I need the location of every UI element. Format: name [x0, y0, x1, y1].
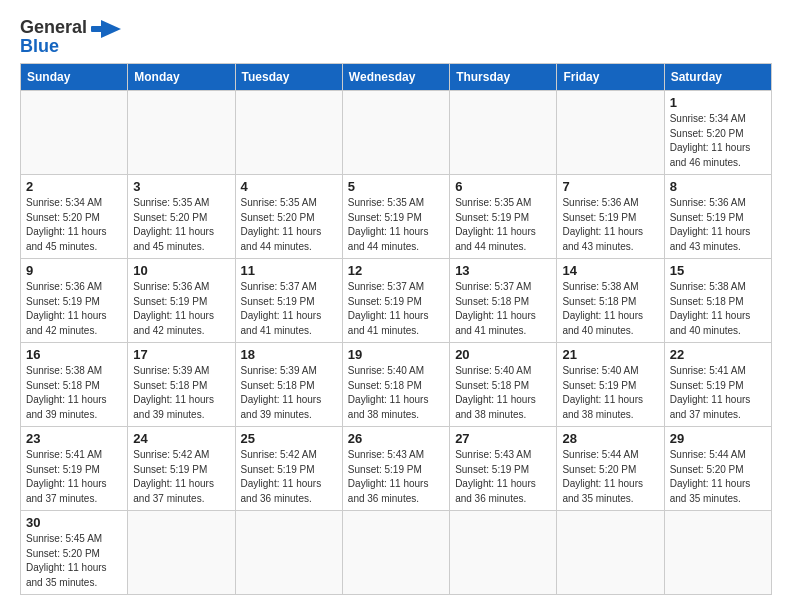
- calendar-cell: 1Sunrise: 5:34 AM Sunset: 5:20 PM Daylig…: [664, 91, 771, 175]
- weekday-header-monday: Monday: [128, 64, 235, 91]
- logo-blue: Blue: [20, 36, 59, 57]
- logo: General Blue: [20, 16, 129, 57]
- day-number: 20: [455, 347, 551, 362]
- day-info: Sunrise: 5:42 AM Sunset: 5:19 PM Dayligh…: [133, 448, 229, 506]
- calendar-cell: 20Sunrise: 5:40 AM Sunset: 5:18 PM Dayli…: [450, 343, 557, 427]
- day-info: Sunrise: 5:34 AM Sunset: 5:20 PM Dayligh…: [26, 196, 122, 254]
- day-number: 5: [348, 179, 444, 194]
- calendar-cell: 21Sunrise: 5:40 AM Sunset: 5:19 PM Dayli…: [557, 343, 664, 427]
- calendar-week-row: 16Sunrise: 5:38 AM Sunset: 5:18 PM Dayli…: [21, 343, 772, 427]
- day-number: 7: [562, 179, 658, 194]
- day-number: 9: [26, 263, 122, 278]
- day-number: 22: [670, 347, 766, 362]
- day-number: 28: [562, 431, 658, 446]
- day-number: 27: [455, 431, 551, 446]
- day-info: Sunrise: 5:38 AM Sunset: 5:18 PM Dayligh…: [670, 280, 766, 338]
- weekday-header-tuesday: Tuesday: [235, 64, 342, 91]
- calendar-cell: 11Sunrise: 5:37 AM Sunset: 5:19 PM Dayli…: [235, 259, 342, 343]
- calendar-cell: 3Sunrise: 5:35 AM Sunset: 5:20 PM Daylig…: [128, 175, 235, 259]
- calendar-week-row: 30Sunrise: 5:45 AM Sunset: 5:20 PM Dayli…: [21, 511, 772, 595]
- calendar-cell: 17Sunrise: 5:39 AM Sunset: 5:18 PM Dayli…: [128, 343, 235, 427]
- day-number: 25: [241, 431, 337, 446]
- calendar-cell: 19Sunrise: 5:40 AM Sunset: 5:18 PM Dayli…: [342, 343, 449, 427]
- calendar-cell: 25Sunrise: 5:42 AM Sunset: 5:19 PM Dayli…: [235, 427, 342, 511]
- weekday-header-wednesday: Wednesday: [342, 64, 449, 91]
- calendar-cell: [342, 91, 449, 175]
- calendar-cell: 9Sunrise: 5:36 AM Sunset: 5:19 PM Daylig…: [21, 259, 128, 343]
- day-number: 10: [133, 263, 229, 278]
- calendar-cell: [342, 511, 449, 595]
- day-number: 17: [133, 347, 229, 362]
- weekday-header-sunday: Sunday: [21, 64, 128, 91]
- calendar-cell: 13Sunrise: 5:37 AM Sunset: 5:18 PM Dayli…: [450, 259, 557, 343]
- calendar-cell: [557, 511, 664, 595]
- calendar-cell: [128, 91, 235, 175]
- day-info: Sunrise: 5:44 AM Sunset: 5:20 PM Dayligh…: [562, 448, 658, 506]
- day-number: 19: [348, 347, 444, 362]
- day-info: Sunrise: 5:36 AM Sunset: 5:19 PM Dayligh…: [26, 280, 122, 338]
- calendar-cell: 27Sunrise: 5:43 AM Sunset: 5:19 PM Dayli…: [450, 427, 557, 511]
- day-info: Sunrise: 5:35 AM Sunset: 5:20 PM Dayligh…: [241, 196, 337, 254]
- day-number: 15: [670, 263, 766, 278]
- day-info: Sunrise: 5:35 AM Sunset: 5:20 PM Dayligh…: [133, 196, 229, 254]
- calendar-cell: 22Sunrise: 5:41 AM Sunset: 5:19 PM Dayli…: [664, 343, 771, 427]
- day-info: Sunrise: 5:38 AM Sunset: 5:18 PM Dayligh…: [26, 364, 122, 422]
- logo-text: General: [20, 18, 87, 38]
- svg-rect-1: [91, 26, 103, 32]
- weekday-header-thursday: Thursday: [450, 64, 557, 91]
- day-info: Sunrise: 5:37 AM Sunset: 5:19 PM Dayligh…: [348, 280, 444, 338]
- day-number: 23: [26, 431, 122, 446]
- day-number: 26: [348, 431, 444, 446]
- weekday-header-friday: Friday: [557, 64, 664, 91]
- calendar-cell: [235, 511, 342, 595]
- calendar-cell: 15Sunrise: 5:38 AM Sunset: 5:18 PM Dayli…: [664, 259, 771, 343]
- calendar-cell: 8Sunrise: 5:36 AM Sunset: 5:19 PM Daylig…: [664, 175, 771, 259]
- day-info: Sunrise: 5:41 AM Sunset: 5:19 PM Dayligh…: [26, 448, 122, 506]
- day-info: Sunrise: 5:35 AM Sunset: 5:19 PM Dayligh…: [348, 196, 444, 254]
- calendar-cell: 30Sunrise: 5:45 AM Sunset: 5:20 PM Dayli…: [21, 511, 128, 595]
- calendar-cell: 24Sunrise: 5:42 AM Sunset: 5:19 PM Dayli…: [128, 427, 235, 511]
- day-number: 14: [562, 263, 658, 278]
- day-info: Sunrise: 5:34 AM Sunset: 5:20 PM Dayligh…: [670, 112, 766, 170]
- svg-marker-0: [101, 20, 121, 38]
- calendar-cell: 26Sunrise: 5:43 AM Sunset: 5:19 PM Dayli…: [342, 427, 449, 511]
- calendar-cell: 16Sunrise: 5:38 AM Sunset: 5:18 PM Dayli…: [21, 343, 128, 427]
- day-number: 29: [670, 431, 766, 446]
- calendar-cell: 12Sunrise: 5:37 AM Sunset: 5:19 PM Dayli…: [342, 259, 449, 343]
- day-info: Sunrise: 5:43 AM Sunset: 5:19 PM Dayligh…: [455, 448, 551, 506]
- weekday-header-saturday: Saturday: [664, 64, 771, 91]
- day-info: Sunrise: 5:37 AM Sunset: 5:18 PM Dayligh…: [455, 280, 551, 338]
- calendar-cell: 14Sunrise: 5:38 AM Sunset: 5:18 PM Dayli…: [557, 259, 664, 343]
- calendar-cell: 7Sunrise: 5:36 AM Sunset: 5:19 PM Daylig…: [557, 175, 664, 259]
- day-number: 1: [670, 95, 766, 110]
- calendar-week-row: 9Sunrise: 5:36 AM Sunset: 5:19 PM Daylig…: [21, 259, 772, 343]
- day-info: Sunrise: 5:42 AM Sunset: 5:19 PM Dayligh…: [241, 448, 337, 506]
- day-number: 16: [26, 347, 122, 362]
- day-info: Sunrise: 5:39 AM Sunset: 5:18 PM Dayligh…: [133, 364, 229, 422]
- day-info: Sunrise: 5:36 AM Sunset: 5:19 PM Dayligh…: [670, 196, 766, 254]
- day-info: Sunrise: 5:39 AM Sunset: 5:18 PM Dayligh…: [241, 364, 337, 422]
- day-info: Sunrise: 5:38 AM Sunset: 5:18 PM Dayligh…: [562, 280, 658, 338]
- calendar-cell: 10Sunrise: 5:36 AM Sunset: 5:19 PM Dayli…: [128, 259, 235, 343]
- calendar-cell: 5Sunrise: 5:35 AM Sunset: 5:19 PM Daylig…: [342, 175, 449, 259]
- calendar-cell: 6Sunrise: 5:35 AM Sunset: 5:19 PM Daylig…: [450, 175, 557, 259]
- day-info: Sunrise: 5:40 AM Sunset: 5:18 PM Dayligh…: [455, 364, 551, 422]
- day-number: 4: [241, 179, 337, 194]
- calendar-week-row: 1Sunrise: 5:34 AM Sunset: 5:20 PM Daylig…: [21, 91, 772, 175]
- weekday-header-row: SundayMondayTuesdayWednesdayThursdayFrid…: [21, 64, 772, 91]
- calendar-cell: [235, 91, 342, 175]
- calendar-cell: 2Sunrise: 5:34 AM Sunset: 5:20 PM Daylig…: [21, 175, 128, 259]
- day-info: Sunrise: 5:43 AM Sunset: 5:19 PM Dayligh…: [348, 448, 444, 506]
- calendar-cell: [557, 91, 664, 175]
- calendar-cell: [21, 91, 128, 175]
- calendar-cell: 18Sunrise: 5:39 AM Sunset: 5:18 PM Dayli…: [235, 343, 342, 427]
- calendar-cell: 29Sunrise: 5:44 AM Sunset: 5:20 PM Dayli…: [664, 427, 771, 511]
- calendar-cell: 23Sunrise: 5:41 AM Sunset: 5:19 PM Dayli…: [21, 427, 128, 511]
- day-number: 2: [26, 179, 122, 194]
- calendar-cell: 4Sunrise: 5:35 AM Sunset: 5:20 PM Daylig…: [235, 175, 342, 259]
- day-number: 13: [455, 263, 551, 278]
- day-info: Sunrise: 5:36 AM Sunset: 5:19 PM Dayligh…: [133, 280, 229, 338]
- day-info: Sunrise: 5:44 AM Sunset: 5:20 PM Dayligh…: [670, 448, 766, 506]
- calendar-cell: [664, 511, 771, 595]
- calendar-table: SundayMondayTuesdayWednesdayThursdayFrid…: [20, 63, 772, 595]
